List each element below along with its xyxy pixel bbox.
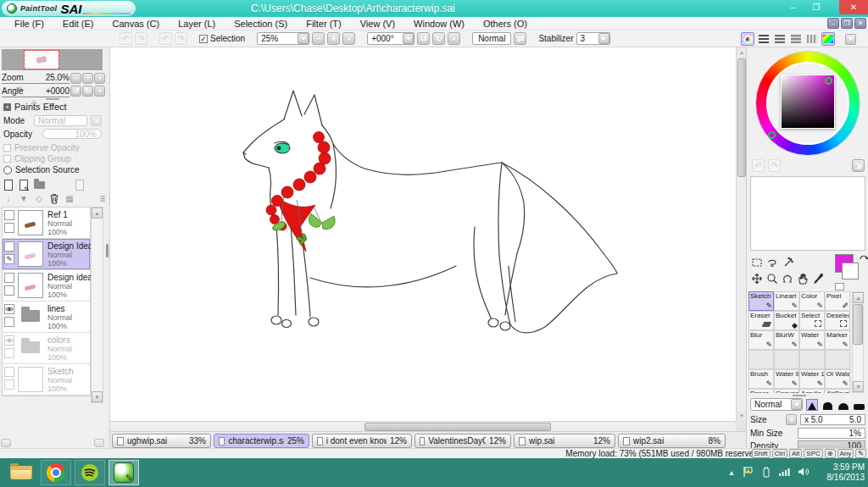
magic-wand-tool-icon[interactable] xyxy=(781,256,794,269)
brush-edge-hard-button[interactable] xyxy=(806,399,818,411)
layer-mode-dropdown-icon[interactable] xyxy=(91,115,102,126)
layer-scroll-up-button[interactable]: ▲ xyxy=(92,208,103,219)
mdi-minimize-button[interactable]: – xyxy=(827,18,839,29)
selection-undo-button[interactable]: ↶ xyxy=(159,32,172,45)
layer-edit-box[interactable] xyxy=(4,317,14,327)
angle-dropdown-icon[interactable] xyxy=(403,33,414,44)
brush-mode-dropdown-icon[interactable] xyxy=(791,399,802,410)
tool-ol-wate[interactable]: Ol Wate✎ xyxy=(825,369,850,389)
layer-row[interactable]: Ref 1Normal100% xyxy=(3,208,90,239)
move-key-icon[interactable]: ⊕ xyxy=(825,449,836,458)
volume-icon[interactable] xyxy=(798,467,810,479)
menu-item-others[interactable]: Others (O) xyxy=(474,18,537,30)
tray-expand-icon[interactable]: ▲ xyxy=(728,469,735,477)
layer-visibility-box[interactable] xyxy=(4,241,14,252)
mdi-close-button[interactable]: ✕ xyxy=(854,18,866,29)
tool-scroll-thumb[interactable] xyxy=(853,304,863,345)
new-folder-button[interactable] xyxy=(32,178,46,191)
lp-scroll-right-button[interactable] xyxy=(94,439,104,447)
layer-row[interactable]: SketchNormal100% xyxy=(3,364,90,396)
rotate-tool-icon[interactable] xyxy=(781,272,794,285)
zoom-out-button[interactable]: − xyxy=(312,32,325,45)
minimize-button[interactable]: – xyxy=(783,0,802,14)
navigator-thumbnail[interactable] xyxy=(25,51,58,69)
tool-airbrush[interactable]: AirBrush✎ xyxy=(825,389,850,393)
tool-water[interactable]: Water✎ xyxy=(799,330,825,350)
stabilizer-combo[interactable]: 3 xyxy=(576,32,610,45)
selection-redo-button[interactable]: ↷ xyxy=(175,32,187,45)
taskbar-chrome-button[interactable] xyxy=(41,460,71,485)
selection-checkbox[interactable]: ✓ xyxy=(199,35,208,43)
layer-opacity-field[interactable]: 100% xyxy=(42,129,102,139)
marquee-tool-icon[interactable] xyxy=(750,256,764,269)
menu-item-canvas[interactable]: Canvas (C) xyxy=(103,18,170,30)
rotate-ccw-button[interactable]: ↺ xyxy=(417,32,430,45)
tool-canvas[interactable]: Canvas✎ xyxy=(774,389,799,393)
menu-item-selection[interactable]: Selection (S) xyxy=(225,18,297,30)
layer-extra-button[interactable] xyxy=(73,178,86,191)
delete-layer-button[interactable] xyxy=(47,191,61,205)
saturation-value-square[interactable] xyxy=(781,75,835,129)
lasso-tool-icon[interactable] xyxy=(765,256,779,269)
hand-tool-icon[interactable] xyxy=(796,272,810,285)
tool-blurw[interactable]: BlurW✎ xyxy=(774,330,799,350)
pen-key-icon[interactable]: ✎ xyxy=(855,449,866,458)
angle-reset-button[interactable]: ▪ xyxy=(448,32,460,45)
navigator[interactable] xyxy=(2,49,103,70)
tab-i-dont-even-know-sai[interactable]: i dont even know.sai12% xyxy=(312,434,412,448)
layer-edit-box[interactable] xyxy=(4,223,14,233)
layer-visibility-box[interactable] xyxy=(4,335,14,346)
nav-rotate-ccw-button[interactable]: ↺ xyxy=(70,86,81,97)
copy-layer-button[interactable]: ▦ xyxy=(63,191,76,205)
layer-row[interactable]: ✎Design Idea 2Normal100% xyxy=(3,239,90,270)
lp-scroll-left-button[interactable] xyxy=(1,439,11,447)
size-field[interactable]: x 5.0 5.0 xyxy=(800,414,865,425)
tool-deselect[interactable]: Deselect xyxy=(825,311,850,330)
nav-rotate-cw-button[interactable]: ↻ xyxy=(82,86,93,97)
modifier-key-spc[interactable]: SPC xyxy=(804,449,822,458)
tool-water-9[interactable]: Water 9✎ xyxy=(774,369,799,389)
tool-lineart[interactable]: Lineart✎ xyxy=(774,291,799,311)
modifier-key-shift[interactable]: Shift xyxy=(752,449,771,458)
clipping-group-checkbox[interactable] xyxy=(3,155,11,163)
expand-plus-icon[interactable]: + xyxy=(3,103,11,111)
selection-source-radio[interactable] xyxy=(3,166,12,174)
tool-marker[interactable]: Marker✎ xyxy=(825,330,850,350)
tool-scroll-down-button[interactable]: ▼ xyxy=(853,381,864,392)
eyedropper-tool-icon[interactable] xyxy=(811,272,825,285)
tool-bucket[interactable]: Bucket◆ xyxy=(774,311,799,330)
flip-horizontal-button[interactable]: ⇄ xyxy=(514,32,526,45)
layer-edit-box[interactable]: ✎ xyxy=(4,254,14,264)
min-size-field[interactable]: 1% xyxy=(798,428,865,439)
title-bar[interactable]: PaintTool SAI C:\Users\Chase\Desktop\Art… xyxy=(0,0,868,17)
color-wheel[interactable] xyxy=(755,51,860,156)
power-icon[interactable] xyxy=(762,466,771,479)
zoom-in-button[interactable]: + xyxy=(327,32,340,45)
view-mode-button[interactable]: Normal xyxy=(472,32,511,45)
tool-paper[interactable]: Paper✎ xyxy=(748,389,774,393)
left-panel-hscrollbar[interactable] xyxy=(0,439,105,448)
zoom-dropdown-icon[interactable] xyxy=(298,33,309,44)
color-redo-button[interactable]: ↷ xyxy=(768,159,781,172)
layer-visibility-box[interactable] xyxy=(4,273,14,283)
menu-item-window[interactable]: Window (W) xyxy=(404,18,474,30)
canvas-vertical-scrollbar[interactable]: ▲ ▼ xyxy=(736,47,746,421)
tool-scroll-up-button[interactable]: ▲ xyxy=(853,292,864,303)
size-unit-button[interactable] xyxy=(786,414,797,425)
sv-picker[interactable] xyxy=(825,77,832,85)
rgb-slider-toggle[interactable] xyxy=(757,32,771,46)
nav-zoom-out-button[interactable]: − xyxy=(70,73,81,84)
taskbar-clock[interactable]: 3:59 PM 8/16/2013 xyxy=(817,462,865,483)
zoom-reset-button[interactable]: ▪ xyxy=(342,32,355,45)
menu-item-edit[interactable]: Edit (E) xyxy=(53,18,103,30)
palette-toggle[interactable] xyxy=(805,32,819,46)
taskbar-explorer-button[interactable] xyxy=(10,464,32,481)
menu-item-file[interactable]: File (F) xyxy=(5,18,53,30)
layer-row[interactable]: colorsNormal100% xyxy=(3,333,90,364)
canvas-artwork[interactable] xyxy=(110,47,736,421)
taskbar-spotify-button[interactable] xyxy=(75,460,105,485)
panel-dropdown-button[interactable] xyxy=(845,34,856,45)
layer-row[interactable]: linesNormal100% xyxy=(3,302,90,333)
tool-panel-divider[interactable] xyxy=(793,395,806,396)
nav-zoom-reset-button[interactable]: ▪ xyxy=(94,73,105,84)
